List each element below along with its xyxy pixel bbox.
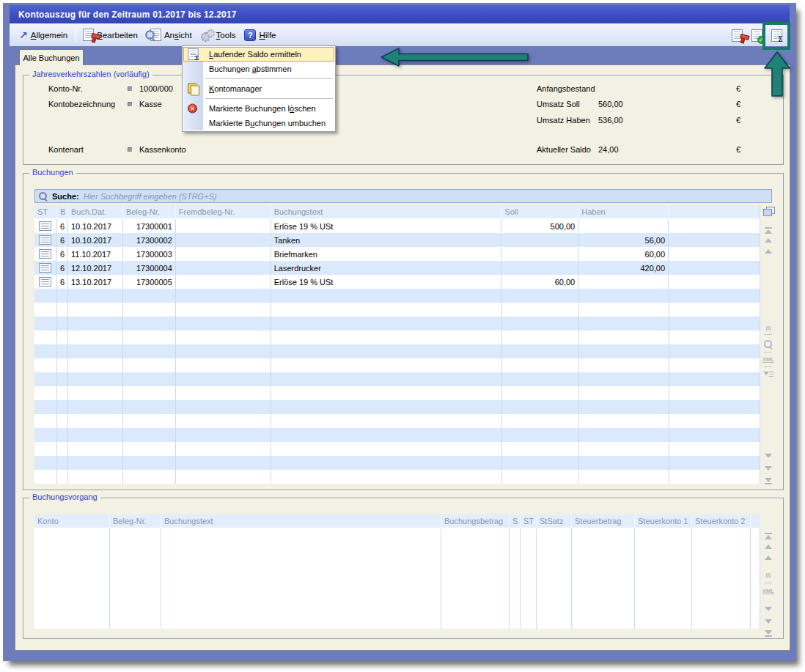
menu-item-laufender-saldo[interactable]: Σ Laufender Saldo ermitteln [183, 47, 334, 62]
booking-row[interactable]: 6 10.10.2017 17300002 Tanken 56,00 [34, 233, 760, 247]
record-grid-icon[interactable] [39, 249, 51, 259]
scroll-down-page-icon[interactable] [764, 454, 773, 458]
menu-allgemein[interactable]: ↗ Allgemein [15, 29, 73, 42]
total-value: 24,00 [598, 144, 723, 155]
column-header[interactable]: ST [34, 205, 57, 219]
column-header[interactable]: Buchungstext [161, 514, 441, 528]
cell-text: Briefmarken [271, 247, 502, 261]
xml-export-icon[interactable]: XML [762, 356, 775, 363]
bullet-icon [128, 102, 132, 106]
tab-alle-buchungen[interactable]: Alle Buchungen [19, 49, 84, 65]
column-chooser-icon[interactable] [763, 207, 773, 215]
cell-soll [501, 247, 578, 261]
menu-tools[interactable]: Tools [197, 27, 241, 43]
search-input[interactable] [84, 192, 771, 201]
menu-item-label: Kontomanager [209, 82, 262, 95]
field-value: Kasse [139, 98, 162, 110]
record-grid-icon[interactable] [39, 221, 51, 231]
tab-label: Alle Buchungen [23, 53, 79, 62]
menubar: ↗ Allgemein Bearbeiten Ansicht Tools ? H… [10, 23, 790, 46]
scroll-down-icon[interactable] [764, 619, 773, 624]
column-header[interactable]: Steuerkonto 1 [635, 514, 692, 528]
column-header[interactable]: StSatz [537, 514, 572, 528]
record-grid-icon[interactable] [39, 277, 51, 287]
column-header[interactable]: B [57, 205, 68, 219]
menu-item-label: Markierte Buchungen löschen [209, 102, 316, 115]
column-header[interactable]: Buchungstext [271, 205, 502, 219]
booking-row[interactable]: 6 13.10.2017 17300005 Erlöse 19 % USt 60… [34, 275, 760, 289]
bookings-legend: Buchungen [29, 168, 76, 177]
bookings-side-toolbar: (I) XML [762, 205, 775, 484]
field-value: Kassenkonto [139, 144, 186, 155]
total-value [598, 83, 723, 95]
menubar-separator [76, 28, 76, 43]
scroll-up-icon[interactable] [764, 238, 773, 243]
menu-hilfe[interactable]: ? Hilfe [240, 27, 281, 43]
column-header[interactable]: Beleg-Nr. [123, 205, 176, 219]
edit-toolbar-button[interactable] [728, 26, 746, 44]
menu-ansicht[interactable]: Ansicht [143, 26, 197, 44]
scroll-up-page-icon[interactable] [764, 249, 773, 254]
cell-beleg: 17300004 [123, 261, 176, 275]
search-icon [38, 191, 48, 201]
cell-fremd [176, 219, 271, 233]
field-label: Kontobezeichnung [48, 98, 115, 110]
column-header[interactable]: Buchungsbetrag [441, 514, 510, 528]
zoom-icon[interactable] [763, 339, 773, 350]
menu-item-buchungen-abstimmen[interactable]: Buchungen abstimmen [183, 62, 334, 76]
column-header[interactable]: Beleg-Nr. [110, 514, 161, 528]
scroll-down-icon[interactable] [764, 466, 773, 470]
folder-pages-icon [188, 84, 199, 95]
cell-soll: 60,00 [501, 275, 578, 289]
total-value: 536,00 [598, 114, 723, 126]
column-header[interactable]: Haben [578, 205, 669, 219]
process-legend: Buchungsvorgang [29, 492, 100, 501]
column-header[interactable]: Buch.Dat. [68, 205, 123, 219]
column-header[interactable]: Fremdbeleg-Nr. [176, 205, 271, 219]
gears-icon [201, 29, 213, 40]
record-indicator-icon[interactable]: (I) [762, 325, 775, 331]
scroll-down-page-icon[interactable] [764, 607, 773, 611]
currency-symbol: € [736, 114, 740, 126]
scroll-up-icon[interactable] [764, 544, 773, 549]
scroll-top-icon[interactable] [764, 532, 773, 539]
menu-item-buchungen-loeschen[interactable]: ✕ Markierte Buchungen löschen [183, 101, 334, 116]
total-label: Umsatz Haben [537, 114, 590, 126]
column-header[interactable]: ST [521, 514, 537, 528]
menu-item-buchungen-umbuchen[interactable]: Markierte Buchungen umbuchen [183, 116, 334, 130]
bullet-icon [128, 86, 132, 91]
field-label: Konto-Nr. [48, 83, 82, 95]
running-balance-toolbar-button[interactable]: Σ [768, 26, 785, 44]
column-header[interactable]: Steuerbetrag [572, 514, 635, 528]
column-header[interactable]: Konto [34, 514, 110, 528]
menu-ansicht-label: Ansicht [164, 31, 192, 40]
cell-date: 12.10.2017 [68, 261, 123, 275]
record-grid-icon[interactable] [39, 263, 51, 273]
scroll-top-icon[interactable] [764, 226, 773, 234]
cell-haben: 420,00 [578, 261, 669, 275]
ne-arrow-icon: ↗ [19, 31, 28, 40]
tools-dropdown-menu: Σ Laufender Saldo ermitteln Buchungen ab… [182, 45, 336, 132]
menu-item-kontomanager[interactable]: Kontomanager [183, 81, 334, 96]
column-header[interactable]: Soll [501, 205, 578, 219]
cell-text: Laserdrucker [271, 261, 502, 275]
scroll-bottom-icon[interactable] [764, 478, 773, 485]
booking-row[interactable]: 6 11.10.2017 17300003 Briefmarken 60,00 [34, 247, 760, 261]
record-grid-icon[interactable] [39, 235, 51, 245]
menu-bearbeiten[interactable]: Bearbeiten [79, 26, 143, 43]
process-side-toolbar: (I) XML [762, 528, 775, 635]
booking-row[interactable]: 6 10.10.2017 17300001 Erlöse 19 % USt 50… [34, 219, 760, 233]
titlebar[interactable]: Kontoauszug für den Zeitraum 01.2017 bis… [10, 5, 790, 23]
scroll-bottom-icon[interactable] [764, 630, 773, 638]
record-indicator-icon[interactable]: (I) [762, 572, 775, 578]
column-header[interactable]: Steuerkonto 2 [692, 514, 751, 528]
column-header[interactable]: S [510, 514, 521, 528]
menu-item-label: Markierte Buchungen umbuchen [209, 117, 326, 130]
bullet-icon [128, 147, 132, 152]
edit-document-icon [83, 29, 94, 41]
cell-haben: 60,00 [578, 247, 669, 261]
xml-export-icon[interactable]: XML [762, 588, 775, 594]
scroll-up-page-icon[interactable] [764, 555, 773, 560]
booking-row[interactable]: 6 12.10.2017 17300004 Laserdrucker 420,0… [34, 261, 760, 275]
filter-icon[interactable] [763, 371, 773, 378]
